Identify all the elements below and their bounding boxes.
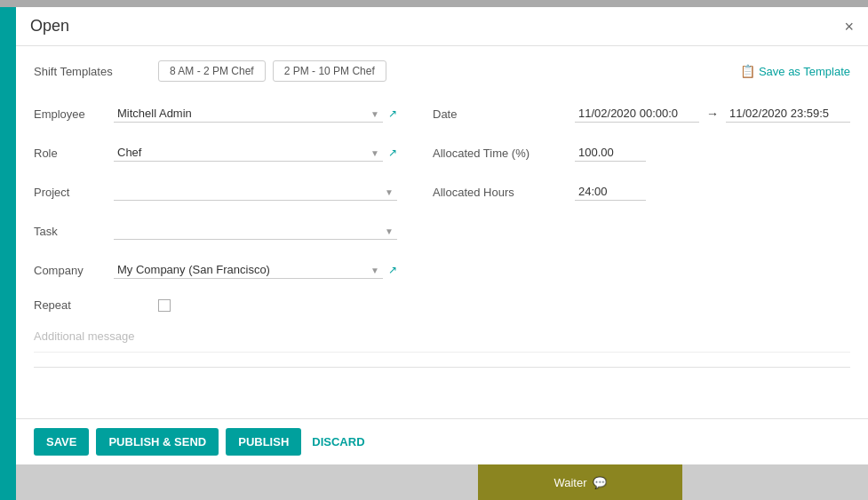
task-row: Task ▼ xyxy=(34,217,397,245)
discard-button[interactable]: DISCARD xyxy=(308,428,368,456)
task-field: ▼ xyxy=(114,222,397,240)
project-field: ▼ xyxy=(114,183,397,201)
date-label: Date xyxy=(433,107,575,121)
publish-send-button[interactable]: PUBLISH & SEND xyxy=(96,428,219,456)
additional-message-placeholder[interactable]: Additional message xyxy=(34,326,850,353)
save-template-icon: 📋 xyxy=(740,64,755,78)
waiter-badge: Waiter 💬 xyxy=(478,464,682,500)
shift-templates-row: Shift Templates 8 AM - 2 PM Chef 2 PM - … xyxy=(34,60,850,82)
form-divider xyxy=(34,367,850,368)
repeat-label: Repeat xyxy=(34,298,158,312)
company-field: ▼ ↗ xyxy=(114,261,397,279)
company-input[interactable] xyxy=(114,261,383,279)
date-arrow-icon: → xyxy=(706,107,719,121)
role-input[interactable] xyxy=(114,144,383,162)
project-select-wrapper: ▼ xyxy=(114,183,397,201)
role-field: ▼ ↗ xyxy=(114,144,397,162)
employee-input[interactable] xyxy=(114,105,383,123)
allocated-time-value[interactable]: 100.00 xyxy=(575,144,646,162)
allocated-hours-row: Allocated Hours 24:00 xyxy=(433,178,850,206)
template-buttons-group: 8 AM - 2 PM Chef 2 PM - 10 PM Chef xyxy=(158,60,740,82)
template-button-1[interactable]: 8 AM - 2 PM Chef xyxy=(158,60,266,82)
modal-close-button[interactable]: × xyxy=(844,19,854,35)
shift-templates-label: Shift Templates xyxy=(34,65,158,78)
project-label: Project xyxy=(34,186,114,199)
allocated-time-row: Allocated Time (%) 100.00 xyxy=(433,139,850,167)
role-select-wrapper: ▼ xyxy=(114,144,383,162)
role-row: Role ▼ ↗ xyxy=(34,139,397,167)
company-select-wrapper: ▼ xyxy=(114,261,383,279)
form-grid: Employee ▼ ↗ Role ▼ xyxy=(34,99,850,284)
modal-header: Open × xyxy=(16,7,868,46)
template-button-2[interactable]: 2 PM - 10 PM Chef xyxy=(273,60,386,82)
allocated-hours-label: Allocated Hours xyxy=(433,186,575,199)
date-row: Date → xyxy=(433,99,850,128)
employee-label: Employee xyxy=(34,107,114,121)
task-input[interactable] xyxy=(114,222,397,240)
date-range-field: → xyxy=(575,105,850,123)
project-row: Project ▼ xyxy=(34,178,397,206)
waiter-label: Waiter xyxy=(553,476,586,489)
bottom-strip: Waiter 💬 xyxy=(16,464,868,500)
sidebar-strip xyxy=(0,7,16,500)
waiter-icon: 💬 xyxy=(593,476,607,489)
form-right-column: Date → Allocated Time (%) 100.00 Allocat… xyxy=(433,99,850,284)
repeat-checkbox[interactable] xyxy=(158,299,171,312)
repeat-row: Repeat xyxy=(34,298,850,312)
allocated-hours-value[interactable]: 24:00 xyxy=(575,183,646,201)
publish-button[interactable]: PUBLISH xyxy=(226,428,301,456)
employee-external-link-icon[interactable]: ↗ xyxy=(388,107,397,120)
save-template-label: Save as Template xyxy=(759,65,850,78)
task-label: Task xyxy=(34,225,114,238)
modal-dialog: Open × Shift Templates 8 AM - 2 PM Chef … xyxy=(16,7,868,464)
task-select-wrapper: ▼ xyxy=(114,222,397,240)
allocated-time-label: Allocated Time (%) xyxy=(433,147,575,160)
date-end-input[interactable] xyxy=(726,105,850,123)
additional-message-area: Additional message xyxy=(34,326,850,353)
modal-footer: SAVE PUBLISH & SEND PUBLISH DISCARD xyxy=(16,418,868,464)
date-start-input[interactable] xyxy=(575,105,699,123)
employee-row: Employee ▼ ↗ xyxy=(34,99,397,128)
project-input[interactable] xyxy=(114,183,397,201)
save-button[interactable]: SAVE xyxy=(34,428,89,456)
company-label: Company xyxy=(34,264,114,277)
company-external-link-icon[interactable]: ↗ xyxy=(388,264,397,276)
modal-body: Shift Templates 8 AM - 2 PM Chef 2 PM - … xyxy=(16,46,868,418)
role-external-link-icon[interactable]: ↗ xyxy=(388,147,397,159)
employee-field: ▼ ↗ xyxy=(114,105,397,123)
employee-select-wrapper: ▼ xyxy=(114,105,383,123)
save-template-button[interactable]: 📋 Save as Template xyxy=(740,64,850,78)
form-left-column: Employee ▼ ↗ Role ▼ xyxy=(34,99,433,284)
modal-title: Open xyxy=(30,17,69,36)
company-row: Company ▼ ↗ xyxy=(34,256,397,284)
role-label: Role xyxy=(34,147,114,160)
